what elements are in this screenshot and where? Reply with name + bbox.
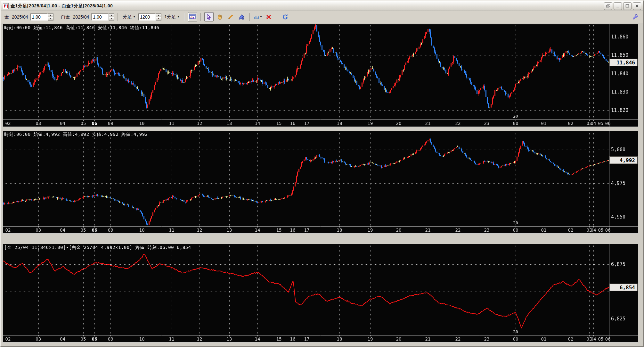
wrench-icon xyxy=(632,13,639,20)
gold-multiplier-updown[interactable]: ▲▼ xyxy=(48,13,53,21)
panel-splitter[interactable] xyxy=(3,127,643,131)
chevron-down-icon: ▼ xyxy=(177,15,180,18)
pencil-icon xyxy=(227,14,234,20)
platinum-last-price-badge: 4,992 xyxy=(609,156,638,164)
platinum-multiplier-updown[interactable]: ▲▼ xyxy=(109,13,114,21)
toolbar: 金 2025/04 ▲▼ 白金 2025/04 ▲▼ 分足▼ ▲▼ 1分足▼ xyxy=(1,11,643,23)
bar-chart-icon xyxy=(254,14,259,20)
settings-wrench-button[interactable] xyxy=(631,12,640,21)
gold-contract-month: 2025/04 xyxy=(12,14,28,20)
platinum-multiplier-input[interactable] xyxy=(91,13,109,21)
svg-text:R: R xyxy=(286,17,288,20)
chart-settings-icon xyxy=(189,13,196,21)
bar-count-spinner: ▲▼ xyxy=(138,13,161,21)
refresh-icon: R xyxy=(282,13,289,20)
period-type-dropdown[interactable]: 分足▼ xyxy=(121,13,137,21)
platinum-candle-chart-canvas[interactable] xyxy=(3,131,638,234)
separator xyxy=(184,13,185,21)
separator xyxy=(277,13,277,21)
app-window: 金1分足[2025/04]1.00 - 白金1分足[2025/04]1.00 金 xyxy=(0,0,644,347)
chart-type-button[interactable]: ▼ xyxy=(253,12,263,21)
marker-icon xyxy=(238,14,245,20)
minimize-button[interactable] xyxy=(614,2,622,10)
separator xyxy=(57,13,57,21)
float-window-button[interactable] xyxy=(604,2,612,10)
bar-count-updown[interactable]: ▲▼ xyxy=(156,13,161,21)
bar-type-dropdown[interactable]: 1分足▼ xyxy=(163,13,181,21)
maximize-button[interactable] xyxy=(623,2,632,10)
delete-drawings-button[interactable] xyxy=(264,12,273,21)
close-button[interactable] xyxy=(633,2,641,10)
title-bar[interactable]: 金1分足[2025/04]1.00 - 白金1分足[2025/04]1.00 xyxy=(1,1,643,11)
select-cursor-icon xyxy=(206,14,212,20)
app-candle-chart-icon xyxy=(3,3,9,9)
bar-count-input[interactable] xyxy=(138,13,156,21)
gold-label: 金 xyxy=(4,14,9,20)
gold-candle-chart-canvas[interactable] xyxy=(3,24,638,127)
platinum-contract-month: 2025/04 xyxy=(73,14,89,20)
chevron-down-icon: ▼ xyxy=(260,15,262,18)
chart-settings-button[interactable] xyxy=(188,12,197,21)
platinum-multiplier-spinner: ▲▼ xyxy=(91,13,114,21)
pan-hand-button[interactable] xyxy=(215,12,224,21)
spread-last-price-badge: 6,854 xyxy=(609,284,638,291)
gold-chart-panel: 時刻:06:00 始値:11,846 高値:11,846 安値:11,846 終… xyxy=(3,24,638,127)
window-title: 金1分足[2025/04]1.00 - 白金1分足[2025/04]1.00 xyxy=(11,3,113,9)
panel-splitter[interactable] xyxy=(3,234,643,244)
marker-button[interactable] xyxy=(237,12,246,21)
separator xyxy=(200,13,201,21)
separator xyxy=(249,13,250,21)
platinum-label: 白金 xyxy=(61,14,70,20)
select-cursor-button[interactable] xyxy=(204,12,214,21)
chart-area: 時刻:06:00 始値:11,846 高値:11,846 安値:11,846 終… xyxy=(1,23,643,346)
chevron-down-icon: ▼ xyxy=(133,15,135,18)
spread-line-chart-canvas[interactable] xyxy=(3,244,638,343)
pencil-button[interactable] xyxy=(226,12,235,21)
separator xyxy=(118,13,118,21)
spread-chart-panel: [金 25/04 11,846×1.00]-[白金 25/04 4,992×1.… xyxy=(3,244,638,343)
platinum-chart-panel: 時刻:06:00 始値:4,992 高値:4,992 安値:4,992 終値:4… xyxy=(3,131,638,234)
refresh-button[interactable]: R xyxy=(281,12,290,21)
gold-multiplier-spinner: ▲▼ xyxy=(30,13,53,21)
pan-hand-icon xyxy=(216,14,223,20)
delete-drawings-icon xyxy=(265,14,272,20)
gold-last-price-badge: 11,846 xyxy=(609,59,638,66)
gold-multiplier-input[interactable] xyxy=(30,13,48,21)
